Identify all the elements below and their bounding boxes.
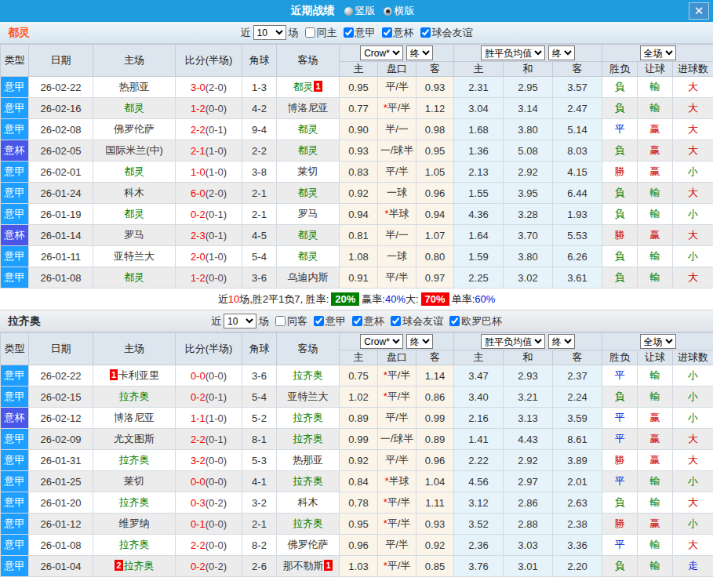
layout-vertical-radio[interactable]: 竖版	[344, 4, 376, 18]
team-label: 拉齐奥	[124, 560, 155, 572]
team-label: 拉齐奥	[119, 539, 150, 550]
col-date: 日期	[29, 333, 93, 365]
avg-home-cell: 3.52	[454, 514, 504, 535]
odds-home-cell: 0.75	[340, 365, 378, 387]
score-cell: 1-2(0-0)	[176, 98, 242, 119]
avg-home-cell: 2.13	[454, 162, 504, 183]
checkbox-input[interactable]	[382, 27, 392, 38]
match-row: 意甲26-01-25莱切0-0(0-0)4-1拉齐奥0.84*半球1.044.5…	[1, 471, 713, 492]
team-label: 佛罗伦萨	[288, 539, 329, 550]
odds-away-cell: 0.92	[417, 535, 454, 556]
corner-cell: 4-2	[242, 98, 277, 119]
result-cell: 負	[602, 77, 638, 98]
filter-checkbox-4[interactable]: 欧罗巴杯	[449, 314, 502, 328]
checkbox-input[interactable]	[352, 316, 362, 326]
recent-count-select[interactable]: 10	[253, 25, 286, 40]
checkbox-input[interactable]	[420, 27, 431, 38]
odds-time-select[interactable]: 终	[406, 45, 433, 60]
handicap-result-cell: 輸	[638, 471, 673, 492]
team-label: 博洛尼亚	[288, 102, 329, 114]
filter-checkbox-0[interactable]: 同主	[305, 26, 337, 40]
result-cell: 平	[602, 408, 638, 429]
filter-checkbox-2[interactable]: 意杯	[352, 314, 384, 328]
checkbox-input[interactable]	[344, 27, 354, 38]
filter-checkbox-0[interactable]: 同客	[275, 314, 307, 328]
team-label: 拉齐奥	[293, 369, 323, 381]
home-team-cell: 拉齐奥	[93, 492, 176, 514]
odds-home-cell: 0.93	[340, 140, 378, 162]
filter-checkbox-1[interactable]: 意甲	[344, 26, 376, 40]
result-cell: 平	[602, 429, 638, 450]
league-cell: 意甲	[1, 450, 29, 471]
odds-company-select[interactable]: Crow*	[360, 45, 403, 60]
handicap-cell: 一/球半	[378, 140, 417, 162]
recent-count-select[interactable]: 10	[224, 314, 256, 328]
close-button[interactable]: ✕	[689, 2, 709, 20]
corner-cell: 8-1	[242, 429, 277, 450]
away-team-cell: 都灵1	[277, 77, 340, 98]
home-team-cell: 都灵	[93, 267, 176, 289]
col-avg-away: 客	[553, 62, 602, 77]
col-goals: 进球数	[673, 62, 713, 77]
checkbox-input[interactable]	[391, 316, 401, 326]
away-team-cell: 都灵	[277, 225, 340, 246]
col-odds-home: 主	[340, 350, 378, 365]
checkbox-input[interactable]	[305, 27, 315, 38]
avg-away-cell: 1.93	[553, 204, 602, 225]
away-team-cell: 拉齐奥	[277, 429, 340, 450]
avg-time-select[interactable]: 终	[548, 334, 575, 349]
col-score: 比分(半场)	[176, 45, 242, 77]
rank-badge: 2	[115, 560, 122, 571]
avg-draw-cell: 3.80	[504, 246, 553, 267]
checkbox-input[interactable]	[449, 316, 460, 326]
avg-home-cell: 3.76	[454, 556, 504, 577]
handicap-cell: *平/半	[378, 492, 417, 514]
handicap-cell: 平/半	[378, 408, 417, 429]
near-label: 近	[241, 26, 251, 40]
avg-odds-select[interactable]: 胜平负均值	[481, 334, 545, 349]
radio-unchecked-icon	[344, 7, 353, 16]
match-row: 意甲26-02-22热那亚3-0(2-0)1-3都灵10.95平/半0.932.…	[1, 77, 713, 98]
odds-away-cell: 0.89	[417, 429, 454, 450]
corner-cell: 3-8	[242, 162, 277, 183]
checkbox-input[interactable]	[275, 316, 286, 326]
home-team-cell: 1卡利亚里	[93, 365, 176, 387]
odds-home-cell: 1.08	[340, 246, 378, 267]
avg-away-cell: 5.53	[553, 225, 602, 246]
team-label: 莱切	[298, 165, 318, 177]
date-cell: 26-01-25	[29, 471, 93, 492]
odds-company-select[interactable]: Crow*	[360, 334, 403, 349]
col-avg-away: 客	[553, 350, 602, 365]
period-select[interactable]: 全场	[640, 45, 676, 60]
corner-cell: 5-4	[242, 387, 277, 408]
summary-segment: 场,胜2平1负7, 胜率:	[239, 292, 329, 307]
matches-table-torino: 类型 日期 主场 比分(半场) 角球 客场 Crow* 终 胜平负均值 终 全场	[0, 44, 713, 289]
summary-segment: 近	[218, 292, 228, 307]
corner-cell: 3-2	[242, 492, 277, 514]
layout-horizontal-radio[interactable]: 横版	[384, 4, 415, 18]
handicap-cell: 半/一	[378, 119, 417, 140]
checkbox-input[interactable]	[314, 316, 324, 326]
checkbox-label: 意甲	[326, 314, 346, 328]
team-label: 亚特兰大	[288, 390, 329, 402]
corner-cell: 2-1	[242, 183, 277, 204]
team-label: 拉齐奥	[293, 517, 323, 529]
period-select[interactable]: 全场	[640, 334, 676, 349]
avg-away-cell: 6.26	[553, 246, 602, 267]
filter-checkbox-2[interactable]: 意杯	[382, 26, 414, 40]
home-team-cell: 莱切	[93, 471, 176, 492]
league-cell: 意甲	[1, 246, 29, 267]
avg-odds-select[interactable]: 胜平负均值	[481, 45, 545, 60]
team-label: 亚特兰大	[114, 250, 155, 262]
date-cell: 26-01-20	[29, 492, 93, 514]
match-row: 意甲26-02-16都灵1-2(0-0)4-2博洛尼亚0.77*平/半1.123…	[1, 98, 713, 119]
odds-away-cell: 0.95	[417, 140, 454, 162]
filter-checkbox-1[interactable]: 意甲	[314, 314, 346, 328]
goals-cell: 大	[673, 225, 713, 246]
summary-segment: 大:	[406, 292, 419, 307]
avg-time-select[interactable]: 终	[548, 45, 575, 60]
odds-time-select[interactable]: 终	[406, 334, 433, 349]
filter-checkbox-3[interactable]: 球会友谊	[391, 314, 443, 328]
goals-cell: 小	[673, 514, 713, 535]
filter-checkbox-3[interactable]: 球会友谊	[420, 26, 473, 40]
